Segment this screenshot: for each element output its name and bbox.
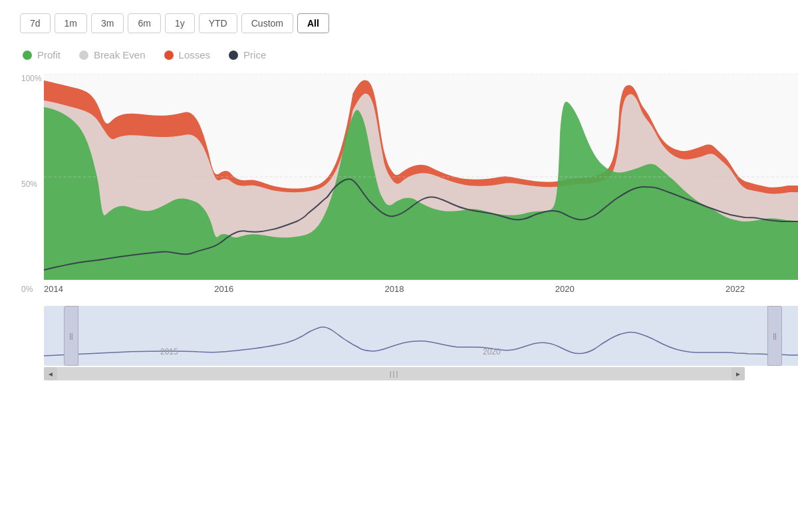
- filter-1m-button[interactable]: 1m: [55, 13, 87, 33]
- y-label-50: 50%: [21, 180, 47, 189]
- legend-price: Price: [229, 49, 266, 61]
- scrollbar-grip-icon: |||: [390, 370, 400, 378]
- scrollbar-right-arrow[interactable]: ►: [732, 367, 745, 380]
- price-label: Price: [243, 49, 266, 61]
- profit-dot: [23, 51, 32, 60]
- navigator-left-handle-icon: ||: [69, 332, 72, 340]
- legend-losses: Losses: [164, 49, 211, 61]
- time-filter-bar: 7d 1m 3m 6m 1y YTD Custom All: [20, 13, 778, 33]
- chart-svg: [44, 74, 798, 280]
- navigator[interactable]: || || 2015 2020: [44, 306, 798, 366]
- filter-6m-button[interactable]: 6m: [128, 13, 160, 33]
- x-label-2014: 2014: [44, 284, 63, 294]
- chart-legend: Profit Break Even Losses Price: [20, 49, 778, 61]
- filter-3m-button[interactable]: 3m: [91, 13, 124, 33]
- filter-1y-button[interactable]: 1y: [165, 13, 195, 33]
- navigator-svg: [44, 306, 798, 366]
- svg-rect-4: [44, 306, 798, 366]
- navigator-year-2020: 2020: [483, 347, 501, 356]
- x-axis-labels: 2014 2016 2018 2020 2022: [44, 284, 745, 294]
- legend-profit: Profit: [23, 49, 61, 61]
- x-label-2018: 2018: [385, 284, 404, 294]
- filter-all-button[interactable]: All: [297, 13, 329, 33]
- main-chart: $337 $253 $169 $85 $1: [44, 74, 798, 280]
- profit-label: Profit: [37, 49, 61, 61]
- left-arrow-icon: ◄: [47, 370, 54, 378]
- losses-dot: [164, 51, 174, 60]
- x-label-2020: 2020: [555, 284, 575, 294]
- filter-7d-button[interactable]: 7d: [20, 13, 51, 33]
- legend-break-even: Break Even: [79, 49, 146, 61]
- right-arrow-icon: ►: [735, 370, 741, 378]
- x-label-2016: 2016: [214, 284, 233, 294]
- main-chart-wrapper: 100% 50% 0%: [20, 74, 778, 380]
- scrollbar-thumb[interactable]: |||: [57, 367, 732, 380]
- scrollbar-left-arrow[interactable]: ◄: [44, 367, 57, 380]
- scrollbar[interactable]: ◄ ||| ►: [44, 367, 745, 380]
- break-even-label: Break Even: [94, 49, 146, 61]
- losses-label: Losses: [179, 49, 211, 61]
- navigator-right-handle-icon: ||: [773, 332, 776, 340]
- filter-ytd-button[interactable]: YTD: [199, 13, 237, 33]
- y-label-100: 100%: [21, 74, 47, 83]
- navigator-handle-left[interactable]: ||: [64, 306, 78, 366]
- navigator-year-2015: 2015: [160, 347, 178, 356]
- y-label-0: 0%: [21, 285, 47, 294]
- filter-custom-button[interactable]: Custom: [241, 13, 293, 33]
- price-dot: [229, 51, 238, 60]
- y-axis-left: 100% 50% 0%: [21, 74, 47, 294]
- navigator-handle-right[interactable]: ||: [767, 306, 782, 366]
- break-even-dot: [79, 51, 88, 60]
- x-label-2022: 2022: [726, 284, 745, 294]
